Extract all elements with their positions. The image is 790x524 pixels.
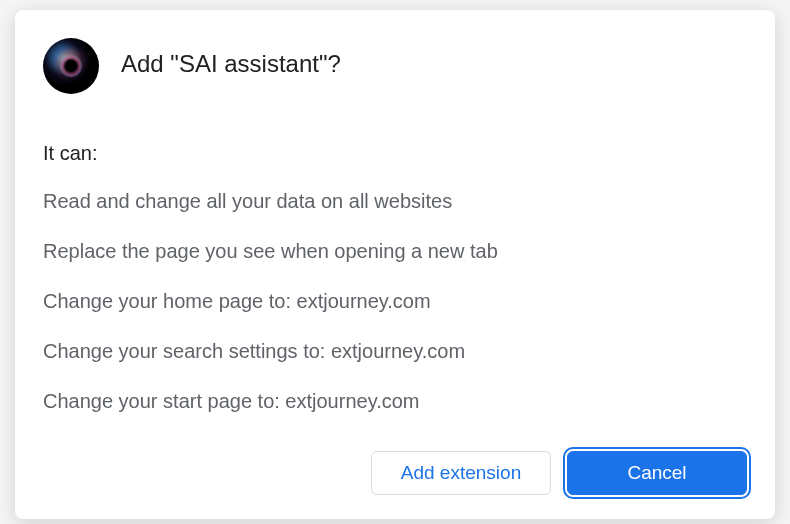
permissions-list: Read and change all your data on all web… <box>43 187 747 415</box>
permission-item: Replace the page you see when opening a … <box>43 237 747 265</box>
permission-item: Change your search settings to: extjourn… <box>43 337 747 365</box>
permissions-header: It can: <box>43 142 747 165</box>
extension-icon-wrapper <box>43 38 99 94</box>
dialog-title: Add "SAI assistant"? <box>121 50 341 78</box>
dialog-header: Add "SAI assistant"? <box>43 38 747 94</box>
extension-install-dialog: Add "SAI assistant"? It can: Read and ch… <box>15 10 775 519</box>
dialog-buttons: Add extension Cancel <box>43 451 747 495</box>
cancel-button[interactable]: Cancel <box>567 451 747 495</box>
add-extension-button[interactable]: Add extension <box>371 451 551 495</box>
extension-icon <box>43 38 99 94</box>
permission-item: Change your start page to: extjourney.co… <box>43 387 747 415</box>
permission-item: Change your home page to: extjourney.com <box>43 287 747 315</box>
permission-item: Read and change all your data on all web… <box>43 187 747 215</box>
